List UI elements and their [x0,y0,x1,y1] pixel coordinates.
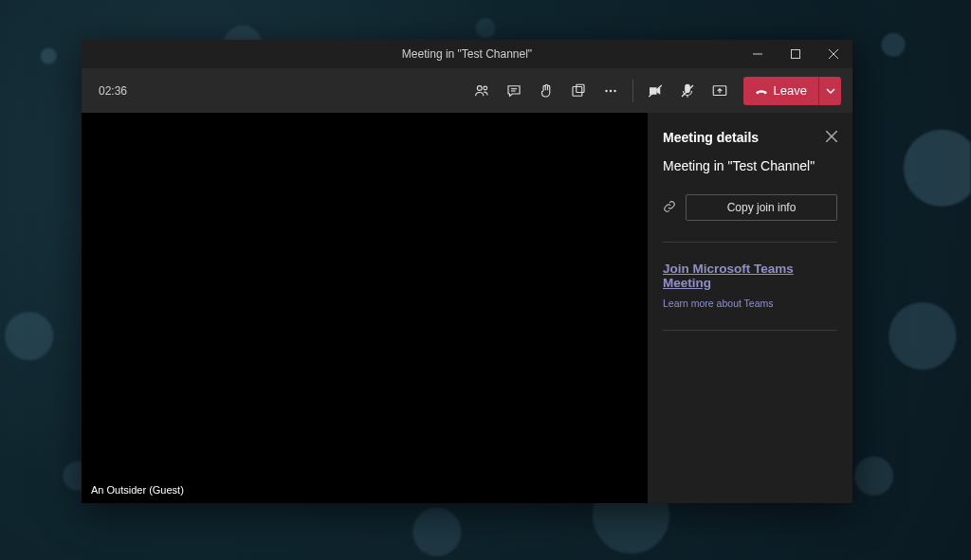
minimize-icon [753,49,762,59]
meeting-name: Meeting in "Test Channel" [663,158,837,173]
meeting-timer: 02:36 [99,84,127,98]
video-stage: An Outsider (Guest) [82,113,648,503]
panel-title: Meeting details [663,130,759,145]
minimize-button[interactable] [739,40,777,68]
content-area: An Outsider (Guest) Meeting details Meet… [82,113,852,503]
svg-rect-9 [576,84,583,92]
chat-icon [505,82,522,99]
learn-more-link[interactable]: Learn more about Teams [663,298,837,309]
chat-button[interactable] [500,77,528,105]
hand-icon [538,82,555,99]
camera-toggle-button[interactable] [641,77,669,105]
mic-off-icon [679,82,696,99]
svg-point-10 [605,89,607,91]
breakout-rooms-button[interactable] [564,77,593,105]
window-title: Meeting in "Test Channel" [82,47,852,61]
raise-hand-button[interactable] [532,77,560,105]
camera-off-icon [647,82,664,99]
panel-divider [663,242,837,243]
leave-button[interactable]: Leave [743,77,818,105]
svg-rect-8 [573,86,582,96]
svg-point-11 [609,89,611,91]
share-icon [711,82,728,99]
participant-name-label: An Outsider (Guest) [91,484,184,496]
maximize-button[interactable] [777,40,815,68]
hangup-icon [755,84,768,98]
meeting-details-panel: Meeting details Meeting in "Test Channel… [648,113,852,503]
people-icon [473,82,490,99]
svg-point-5 [483,86,486,90]
toolbar-actions [467,77,625,105]
close-icon [826,131,837,142]
titlebar: Meeting in "Test Channel" [82,40,852,68]
link-icon [663,200,676,216]
participants-button[interactable] [467,77,496,105]
copy-join-info-button[interactable]: Copy join info [686,194,837,221]
svg-point-12 [614,89,615,91]
toolbar-divider [632,80,633,102]
toolbar-media [641,77,734,105]
svg-point-4 [477,85,482,90]
copy-join-row: Copy join info [663,194,837,221]
leave-label: Leave [774,83,807,98]
share-screen-button[interactable] [705,77,734,105]
panel-header: Meeting details [663,130,837,145]
rooms-icon [570,82,587,99]
meeting-toolbar: 02:36 [82,68,852,113]
chevron-down-icon [826,86,835,96]
meeting-window: Meeting in "Test Channel" 02:36 [82,40,852,503]
close-panel-button[interactable] [826,131,837,145]
maximize-icon [791,49,800,59]
leave-group: Leave [743,77,841,105]
window-controls [739,40,852,68]
mic-toggle-button[interactable] [673,77,702,105]
more-actions-button[interactable] [596,77,625,105]
leave-options-button[interactable] [818,77,841,105]
panel-divider [663,330,837,331]
close-icon [829,49,838,59]
svg-rect-1 [792,50,800,59]
close-button[interactable] [815,40,852,68]
join-meeting-link[interactable]: Join Microsoft Teams Meeting [663,262,837,290]
more-icon [602,82,619,99]
